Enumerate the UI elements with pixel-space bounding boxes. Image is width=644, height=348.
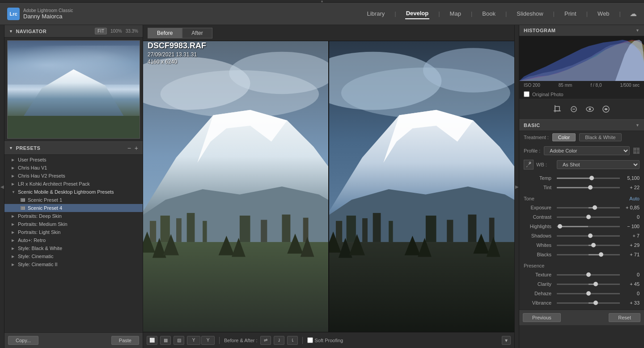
nav-develop[interactable]: Develop	[405, 8, 430, 19]
contrast-track[interactable]	[557, 216, 620, 218]
after-button[interactable]: After	[182, 28, 212, 38]
basic-header[interactable]: Basic ▼	[519, 119, 644, 131]
profile-grid-icon[interactable]	[633, 148, 640, 154]
red-eye-tool[interactable]	[584, 103, 596, 115]
histogram-header[interactable]: Histogram ▼	[519, 25, 644, 36]
reset-button[interactable]: Reset	[609, 313, 640, 322]
nav-web[interactable]: Web	[597, 8, 610, 19]
blacks-thumb[interactable]	[599, 252, 603, 257]
copy-button[interactable]: Copy...	[8, 336, 38, 345]
chris-hau-v1-label: Chris Hau V1	[18, 165, 47, 170]
svg-rect-38	[447, 220, 453, 242]
presets-minus[interactable]: −	[127, 144, 131, 152]
vibrance-label: Vibrance	[524, 300, 555, 306]
portraits-light-triangle-icon: ▶	[12, 230, 15, 234]
clarity-thumb[interactable]	[593, 282, 598, 286]
bw-treatment-btn[interactable]: Black & White	[579, 133, 621, 141]
preset-item-scenic-1[interactable]: Scenic Preset 1	[4, 196, 143, 204]
previous-button[interactable]: Previous	[523, 313, 561, 322]
right-panel-collapse[interactable]: ▶	[514, 25, 519, 348]
preset-group-chris-hau-v1[interactable]: ▶ Chris Hau V1	[4, 164, 143, 172]
view-grid-tool[interactable]: ▦	[160, 336, 171, 345]
presets-plus[interactable]: +	[135, 144, 138, 152]
left-panel-collapse[interactable]: ◀	[0, 25, 4, 348]
preset-group-portraits-deep[interactable]: ▶ Portraits: Deep Skin	[4, 212, 143, 220]
crop-develop-tool[interactable]	[551, 103, 564, 115]
copy-settings-btn[interactable]: ⤸	[274, 336, 284, 345]
nav-map[interactable]: Map	[449, 8, 462, 19]
swap-before-after-btn[interactable]: ⇌	[260, 336, 271, 345]
whites-track[interactable]	[557, 245, 620, 246]
preset-group-portraits-light[interactable]: ▶ Portraits: Light Skin	[4, 228, 143, 236]
before-button[interactable]: Before	[148, 28, 182, 38]
dehaze-thumb[interactable]	[586, 291, 591, 296]
exposure-track[interactable]	[557, 207, 620, 208]
preset-group-user-presets[interactable]: ▶ User Presets	[4, 156, 143, 164]
masking-tool[interactable]	[600, 103, 612, 115]
dehaze-track[interactable]	[557, 293, 620, 294]
right-collapse-arrow-icon: ▶	[515, 184, 519, 189]
tint-thumb[interactable]	[588, 185, 593, 190]
highlights-track[interactable]	[557, 226, 620, 227]
preset-item-scenic-4[interactable]: Scenic Preset 4	[4, 204, 143, 212]
zoom-100-label[interactable]: 100%	[110, 29, 122, 34]
spot-removal-tool[interactable]	[568, 103, 580, 115]
presets-header[interactable]: ▼ Presets − +	[4, 141, 143, 155]
cloud-icon[interactable]: ☁	[630, 9, 637, 18]
tint-label: Tint	[524, 185, 555, 190]
shadows-track[interactable]	[557, 235, 620, 237]
navigator-header[interactable]: ▼ Navigator FIT 100% 33.3%	[4, 25, 143, 38]
vibrance-thumb[interactable]	[593, 301, 598, 305]
y-btn[interactable]: Y	[187, 336, 200, 345]
wb-dropdown[interactable]: As Shot Auto Daylight Cloudy	[557, 160, 640, 169]
nav-library[interactable]: Library	[366, 8, 386, 19]
texture-track[interactable]	[557, 274, 620, 276]
tint-track[interactable]	[557, 187, 620, 188]
blacks-track[interactable]	[557, 254, 620, 255]
preset-group-style-cinematic-ii[interactable]: ▶ Style: Cinematic II	[4, 260, 143, 268]
original-photo-checkbox[interactable]	[524, 91, 530, 97]
contrast-thumb[interactable]	[586, 215, 591, 219]
highlights-thumb[interactable]	[558, 224, 562, 229]
original-photo-row[interactable]: Original Photo	[519, 89, 644, 99]
swap-vert-btn[interactable]: ⤹	[287, 336, 298, 345]
svg-point-55	[589, 108, 591, 110]
nav-print[interactable]: Print	[564, 8, 577, 19]
clarity-track[interactable]	[557, 284, 620, 285]
svg-rect-39	[468, 215, 476, 242]
preset-group-portraits-medium[interactable]: ▶ Portraits: Medium Skin	[4, 220, 143, 228]
preset-group-lr-kohki[interactable]: ▶ LR x Kohki Architect Preset Pack	[4, 180, 143, 188]
preset-group-style-bw[interactable]: ▶ Style: Black & White	[4, 244, 143, 252]
preset-group-auto-plus[interactable]: ▶ Auto+: Retro	[4, 236, 143, 244]
zoom-33-label[interactable]: 33.3%	[126, 29, 138, 34]
shadows-thumb[interactable]	[588, 233, 593, 238]
navigator-title: Navigator	[16, 29, 47, 34]
soft-proofing-checkbox[interactable]	[307, 337, 313, 343]
temp-track[interactable]	[557, 178, 620, 179]
nav-thumb-image	[7, 40, 140, 139]
preset-group-style-cinematic[interactable]: ▶ Style: Cinematic	[4, 252, 143, 260]
whites-thumb[interactable]	[591, 243, 596, 247]
y-btn-2[interactable]: Y	[201, 336, 215, 345]
texture-thumb[interactable]	[586, 272, 591, 277]
fit-button[interactable]: FIT	[95, 28, 107, 34]
tone-auto[interactable]: Auto	[629, 196, 640, 201]
wb-eyedropper-btn[interactable]	[524, 160, 534, 170]
preset-group-chris-hau-v2[interactable]: ▶ Chris Hau V2 Presets	[4, 172, 143, 180]
temp-thumb[interactable]	[589, 176, 594, 180]
expand-toolbar-btn[interactable]: ▾	[502, 336, 511, 345]
color-treatment-btn[interactable]: Color	[552, 133, 576, 141]
exposure-thumb[interactable]	[593, 205, 597, 210]
nav-book[interactable]: Book	[481, 8, 496, 19]
profile-dropdown[interactable]: Adobe Color Adobe Landscape Adobe Portra…	[544, 146, 630, 155]
preset-group-scenic-mobile[interactable]: ▼ Scenic Mobile & Desktop Lightroom Pres…	[4, 188, 143, 196]
soft-proofing-toggle[interactable]: Soft Proofing	[307, 337, 343, 343]
svg-rect-11	[187, 213, 195, 242]
view-compare-tool[interactable]: ▧	[174, 336, 184, 345]
toolbar-right: ▾	[502, 336, 511, 345]
histogram-svg	[519, 36, 644, 81]
vibrance-track[interactable]	[557, 302, 620, 304]
paste-button[interactable]: Paste	[111, 336, 139, 345]
nav-slideshow[interactable]: Slideshow	[516, 8, 544, 19]
crop-tool[interactable]: ⬜	[147, 336, 157, 345]
